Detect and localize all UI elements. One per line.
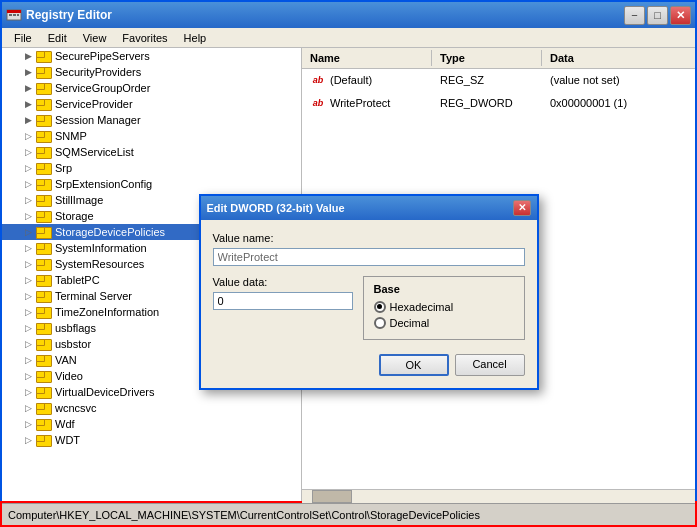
tree-label: SNMP [55, 130, 87, 142]
tree-label: WDT [55, 434, 80, 446]
folder-icon [36, 193, 52, 207]
minimize-button[interactable]: − [624, 6, 645, 25]
tree-label: SrpExtensionConfig [55, 178, 152, 190]
base-label: Base [374, 283, 514, 295]
menu-view[interactable]: View [75, 31, 115, 45]
dialog-title: Edit DWORD (32-bit) Value [207, 202, 345, 214]
expand-icon: ▶ [22, 50, 34, 62]
tree-item[interactable]: ▷ wcncsvc [2, 400, 301, 416]
tree-label: wcncsvc [55, 402, 97, 414]
folder-icon [36, 241, 52, 255]
value-name-label: Value name: [213, 232, 525, 244]
hexadecimal-radio[interactable] [374, 301, 386, 313]
expand-icon: ▶ [22, 98, 34, 110]
menu-help[interactable]: Help [176, 31, 215, 45]
expand-icon: ▷ [22, 178, 34, 190]
maximize-button[interactable]: □ [647, 6, 668, 25]
tree-item[interactable]: ▶ SecurityProviders [2, 64, 301, 80]
decimal-radio[interactable] [374, 317, 386, 329]
folder-icon [36, 97, 52, 111]
header-type[interactable]: Type [432, 50, 542, 66]
tree-label: Storage [55, 210, 94, 222]
value-type: REG_SZ [432, 73, 542, 87]
expand-icon: ▷ [22, 322, 34, 334]
value-name: (Default) [330, 74, 372, 86]
value-data: 0x00000001 (1) [542, 96, 695, 110]
tree-label: TimeZoneInformation [55, 306, 159, 318]
reg-sz-icon: ab [310, 72, 326, 88]
scrollbar-thumb[interactable] [312, 490, 352, 503]
folder-icon [36, 369, 52, 383]
expand-icon: ▷ [22, 338, 34, 350]
tree-item[interactable]: ▷ WDT [2, 432, 301, 448]
folder-icon [36, 81, 52, 95]
tree-label: ServiceGroupOrder [55, 82, 150, 94]
value-data: (value not set) [542, 73, 695, 87]
expand-icon: ▷ [22, 194, 34, 206]
value-data-label: Value data: [213, 276, 353, 288]
folder-icon [36, 353, 52, 367]
tree-label: Video [55, 370, 83, 382]
menu-favorites[interactable]: Favorites [114, 31, 175, 45]
folder-icon [36, 49, 52, 63]
status-bar: Computer\HKEY_LOCAL_MACHINE\SYSTEM\Curre… [2, 503, 695, 525]
menu-edit[interactable]: Edit [40, 31, 75, 45]
tree-label: usbstor [55, 338, 91, 350]
tree-item[interactable]: ▶ ServiceProvider [2, 96, 301, 112]
expand-icon: ▷ [22, 242, 34, 254]
folder-icon [36, 65, 52, 79]
decimal-option[interactable]: Decimal [374, 317, 514, 329]
cancel-button[interactable]: Cancel [455, 354, 525, 376]
expand-icon: ▷ [22, 130, 34, 142]
expand-icon: ▷ [22, 402, 34, 414]
scrollbar-track[interactable] [302, 490, 695, 503]
header-name[interactable]: Name [302, 50, 432, 66]
dialog-close-button[interactable]: ✕ [513, 200, 531, 216]
value-type: REG_DWORD [432, 96, 542, 110]
expand-icon: ▷ [22, 146, 34, 158]
tree-label: usbflags [55, 322, 96, 334]
tree-item[interactable]: ▶ ServiceGroupOrder [2, 80, 301, 96]
expand-icon: ▷ [22, 434, 34, 446]
folder-icon [36, 401, 52, 415]
list-item[interactable]: ab WriteProtect REG_DWORD 0x00000001 (1) [302, 92, 695, 115]
expand-icon: ▷ [22, 386, 34, 398]
tree-item[interactable]: ▷ Wdf [2, 416, 301, 432]
tree-item[interactable]: ▷ SNMP [2, 128, 301, 144]
horizontal-scrollbar[interactable] [302, 489, 695, 503]
folder-icon [36, 305, 52, 319]
expand-icon: ▶ [22, 114, 34, 126]
value-name-input[interactable] [213, 248, 525, 266]
tree-label: StillImage [55, 194, 103, 206]
tree-item[interactable]: ▷ Srp [2, 160, 301, 176]
value-name-cell: ab WriteProtect [302, 94, 432, 112]
tree-label: SystemInformation [55, 242, 147, 254]
edit-dword-dialog: Edit DWORD (32-bit) Value ✕ Value name: … [199, 194, 539, 390]
expand-icon: ▷ [22, 274, 34, 286]
header-data[interactable]: Data [542, 50, 695, 66]
ok-button[interactable]: OK [379, 354, 449, 376]
svg-rect-2 [9, 14, 12, 16]
base-group: Base Hexadecimal Decimal [363, 276, 525, 340]
folder-icon [36, 129, 52, 143]
tree-item[interactable]: ▷ SrpExtensionConfig [2, 176, 301, 192]
expand-icon: ▷ [22, 290, 34, 302]
tree-label: Session Manager [55, 114, 141, 126]
close-button[interactable]: ✕ [670, 6, 691, 25]
tree-item[interactable]: ▶ SecurePipeServers [2, 48, 301, 64]
hexadecimal-option[interactable]: Hexadecimal [374, 301, 514, 313]
tree-label: StorageDevicePolicies [55, 226, 165, 238]
expand-icon: ▷ [22, 162, 34, 174]
list-item[interactable]: ab (Default) REG_SZ (value not set) [302, 69, 695, 92]
tree-label: Srp [55, 162, 72, 174]
folder-icon [36, 289, 52, 303]
expand-icon: ▷ [22, 306, 34, 318]
value-name-cell: ab (Default) [302, 71, 432, 89]
expand-icon: ▷ [22, 418, 34, 430]
tree-item-session-manager[interactable]: ▶ Session Manager [2, 112, 301, 128]
tree-item[interactable]: ▷ SQMServiceList [2, 144, 301, 160]
menu-file[interactable]: File [6, 31, 40, 45]
dialog-title-bar: Edit DWORD (32-bit) Value ✕ [201, 196, 537, 220]
tree-label: SystemResources [55, 258, 144, 270]
value-data-input[interactable] [213, 292, 353, 310]
